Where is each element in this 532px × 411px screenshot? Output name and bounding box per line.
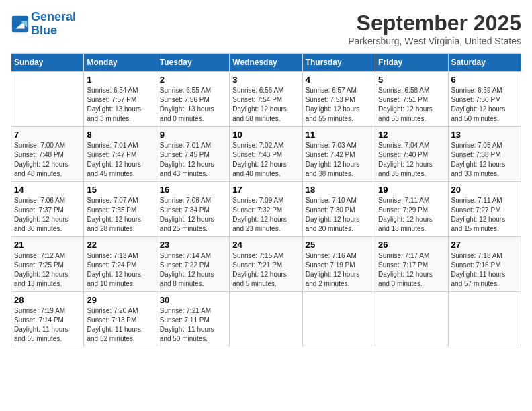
day-info: Sunrise: 7:10 AM Sunset: 7:30 PM Dayligh… — [306, 196, 372, 234]
calendar-cell: 13Sunrise: 7:05 AM Sunset: 7:38 PM Dayli… — [448, 127, 521, 182]
day-info: Sunrise: 6:56 AM Sunset: 7:54 PM Dayligh… — [232, 86, 299, 124]
day-number: 25 — [306, 240, 372, 250]
calendar-cell: 7Sunrise: 7:00 AM Sunset: 7:48 PM Daylig… — [11, 127, 84, 182]
day-number: 14 — [14, 185, 81, 195]
day-info: Sunrise: 6:59 AM Sunset: 7:50 PM Dayligh… — [451, 86, 518, 124]
calendar-body: 1Sunrise: 6:54 AM Sunset: 7:57 PM Daylig… — [11, 72, 521, 347]
day-info: Sunrise: 7:08 AM Sunset: 7:34 PM Dayligh… — [160, 196, 226, 234]
calendar-cell: 18Sunrise: 7:10 AM Sunset: 7:30 PM Dayli… — [302, 182, 375, 237]
weekday-header: Wednesday — [230, 54, 302, 72]
calendar-cell: 22Sunrise: 7:13 AM Sunset: 7:24 PM Dayli… — [84, 237, 157, 292]
day-info: Sunrise: 7:16 AM Sunset: 7:19 PM Dayligh… — [306, 251, 372, 289]
logo: General Blue — [11, 11, 76, 38]
day-number: 7 — [14, 130, 81, 140]
day-info: Sunrise: 7:18 AM Sunset: 7:16 PM Dayligh… — [451, 251, 518, 289]
calendar-cell: 24Sunrise: 7:15 AM Sunset: 7:21 PM Dayli… — [230, 237, 302, 292]
calendar-cell: 21Sunrise: 7:12 AM Sunset: 7:25 PM Dayli… — [11, 237, 84, 292]
day-info: Sunrise: 7:09 AM Sunset: 7:32 PM Dayligh… — [232, 196, 299, 234]
calendar-cell: 9Sunrise: 7:01 AM Sunset: 7:45 PM Daylig… — [157, 127, 229, 182]
day-info: Sunrise: 6:55 AM Sunset: 7:56 PM Dayligh… — [160, 86, 226, 124]
day-number: 23 — [160, 240, 226, 250]
day-number: 29 — [87, 295, 153, 305]
calendar-cell: 29Sunrise: 7:20 AM Sunset: 7:13 PM Dayli… — [84, 292, 157, 347]
calendar-table: SundayMondayTuesdayWednesdayThursdayFrid… — [11, 53, 521, 347]
calendar-cell: 27Sunrise: 7:18 AM Sunset: 7:16 PM Dayli… — [448, 237, 521, 292]
day-info: Sunrise: 7:13 AM Sunset: 7:24 PM Dayligh… — [87, 251, 153, 289]
page-header: General Blue September 2025 Parkersburg,… — [11, 11, 521, 46]
day-number: 28 — [14, 295, 81, 305]
calendar-week-row: 1Sunrise: 6:54 AM Sunset: 7:57 PM Daylig… — [11, 72, 521, 127]
day-info: Sunrise: 7:21 AM Sunset: 7:11 PM Dayligh… — [160, 306, 226, 344]
calendar-cell — [11, 72, 84, 127]
weekday-header: Sunday — [11, 54, 84, 72]
calendar-cell: 5Sunrise: 6:58 AM Sunset: 7:51 PM Daylig… — [375, 72, 448, 127]
day-info: Sunrise: 7:15 AM Sunset: 7:21 PM Dayligh… — [232, 251, 299, 289]
calendar-cell: 1Sunrise: 6:54 AM Sunset: 7:57 PM Daylig… — [84, 72, 157, 127]
weekday-header: Saturday — [448, 54, 521, 72]
calendar-cell: 28Sunrise: 7:19 AM Sunset: 7:14 PM Dayli… — [11, 292, 84, 347]
calendar-cell: 12Sunrise: 7:04 AM Sunset: 7:40 PM Dayli… — [375, 127, 448, 182]
day-number: 26 — [378, 240, 445, 250]
calendar-cell — [230, 292, 302, 347]
day-number: 21 — [14, 240, 81, 250]
day-number: 9 — [160, 130, 226, 140]
calendar-cell: 19Sunrise: 7:11 AM Sunset: 7:29 PM Dayli… — [375, 182, 448, 237]
day-number: 15 — [87, 185, 153, 195]
day-number: 10 — [232, 130, 299, 140]
calendar-cell: 23Sunrise: 7:14 AM Sunset: 7:22 PM Dayli… — [157, 237, 229, 292]
calendar-cell: 2Sunrise: 6:55 AM Sunset: 7:56 PM Daylig… — [157, 72, 229, 127]
calendar-cell: 6Sunrise: 6:59 AM Sunset: 7:50 PM Daylig… — [448, 72, 521, 127]
logo-icon — [11, 15, 30, 34]
calendar-cell: 4Sunrise: 6:57 AM Sunset: 7:53 PM Daylig… — [302, 72, 375, 127]
weekday-header: Monday — [84, 54, 157, 72]
calendar-cell: 26Sunrise: 7:17 AM Sunset: 7:17 PM Dayli… — [375, 237, 448, 292]
location: Parkersburg, West Virginia, United State… — [348, 36, 521, 46]
day-number: 4 — [306, 75, 372, 85]
day-number: 16 — [160, 185, 226, 195]
day-info: Sunrise: 7:02 AM Sunset: 7:43 PM Dayligh… — [232, 141, 299, 179]
day-info: Sunrise: 7:01 AM Sunset: 7:45 PM Dayligh… — [160, 141, 226, 179]
day-info: Sunrise: 7:19 AM Sunset: 7:14 PM Dayligh… — [14, 306, 81, 344]
day-info: Sunrise: 7:12 AM Sunset: 7:25 PM Dayligh… — [14, 251, 81, 289]
day-number: 1 — [87, 75, 153, 85]
day-info: Sunrise: 7:11 AM Sunset: 7:29 PM Dayligh… — [378, 196, 445, 234]
calendar-cell: 14Sunrise: 7:06 AM Sunset: 7:37 PM Dayli… — [11, 182, 84, 237]
day-info: Sunrise: 7:05 AM Sunset: 7:38 PM Dayligh… — [451, 141, 518, 179]
day-number: 20 — [451, 185, 518, 195]
day-number: 12 — [378, 130, 445, 140]
day-number: 5 — [378, 75, 445, 85]
month-title: September 2025 — [348, 11, 521, 36]
weekday-header: Thursday — [302, 54, 375, 72]
calendar-cell: 3Sunrise: 6:56 AM Sunset: 7:54 PM Daylig… — [230, 72, 302, 127]
title-block: September 2025 Parkersburg, West Virgini… — [348, 11, 521, 46]
day-info: Sunrise: 6:54 AM Sunset: 7:57 PM Dayligh… — [87, 86, 153, 124]
calendar-header-row: SundayMondayTuesdayWednesdayThursdayFrid… — [11, 54, 521, 72]
calendar-cell: 11Sunrise: 7:03 AM Sunset: 7:42 PM Dayli… — [302, 127, 375, 182]
day-info: Sunrise: 7:14 AM Sunset: 7:22 PM Dayligh… — [160, 251, 226, 289]
day-info: Sunrise: 6:57 AM Sunset: 7:53 PM Dayligh… — [306, 86, 372, 124]
day-info: Sunrise: 7:03 AM Sunset: 7:42 PM Dayligh… — [306, 141, 372, 179]
calendar-cell — [375, 292, 448, 347]
day-number: 19 — [378, 185, 445, 195]
day-info: Sunrise: 7:01 AM Sunset: 7:47 PM Dayligh… — [87, 141, 153, 179]
day-number: 17 — [232, 185, 299, 195]
day-info: Sunrise: 7:07 AM Sunset: 7:35 PM Dayligh… — [87, 196, 153, 234]
day-number: 13 — [451, 130, 518, 140]
day-number: 6 — [451, 75, 518, 85]
day-info: Sunrise: 7:17 AM Sunset: 7:17 PM Dayligh… — [378, 251, 445, 289]
day-info: Sunrise: 7:04 AM Sunset: 7:40 PM Dayligh… — [378, 141, 445, 179]
day-number: 22 — [87, 240, 153, 250]
calendar-cell: 30Sunrise: 7:21 AM Sunset: 7:11 PM Dayli… — [157, 292, 229, 347]
day-number: 8 — [87, 130, 153, 140]
day-info: Sunrise: 7:11 AM Sunset: 7:27 PM Dayligh… — [451, 196, 518, 234]
day-number: 18 — [306, 185, 372, 195]
calendar-week-row: 28Sunrise: 7:19 AM Sunset: 7:14 PM Dayli… — [11, 292, 521, 347]
calendar-cell: 17Sunrise: 7:09 AM Sunset: 7:32 PM Dayli… — [230, 182, 302, 237]
day-number: 30 — [160, 295, 226, 305]
calendar-cell: 10Sunrise: 7:02 AM Sunset: 7:43 PM Dayli… — [230, 127, 302, 182]
calendar-cell: 16Sunrise: 7:08 AM Sunset: 7:34 PM Dayli… — [157, 182, 229, 237]
calendar-cell — [448, 292, 521, 347]
calendar-week-row: 21Sunrise: 7:12 AM Sunset: 7:25 PM Dayli… — [11, 237, 521, 292]
calendar-cell: 25Sunrise: 7:16 AM Sunset: 7:19 PM Dayli… — [302, 237, 375, 292]
day-number: 11 — [306, 130, 372, 140]
